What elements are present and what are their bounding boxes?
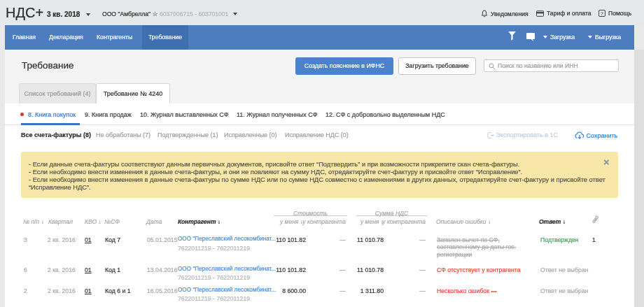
svg-text:?: ?	[601, 11, 603, 16]
